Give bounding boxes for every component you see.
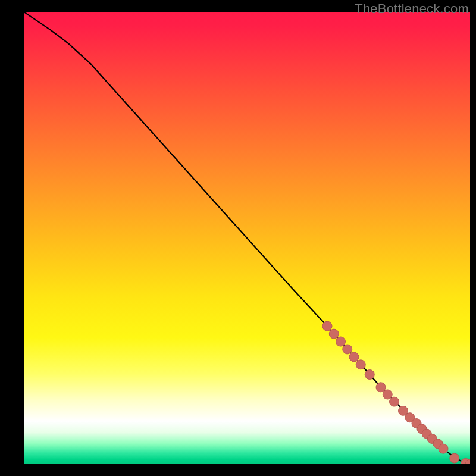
data-point: [322, 321, 332, 331]
data-point: [390, 397, 399, 406]
data-point: [439, 444, 448, 453]
data-point: [383, 390, 392, 399]
plot-area: [24, 12, 470, 464]
chart-frame: TheBottleneck.com: [0, 0, 476, 476]
data-point: [450, 453, 459, 463]
data-point: [376, 383, 386, 392]
chart-svg: [24, 12, 470, 464]
data-point: [336, 337, 346, 346]
data-point: [329, 329, 339, 339]
data-point: [343, 345, 352, 354]
data-point: [356, 360, 365, 369]
data-point: [349, 352, 359, 362]
watermark-text: TheBottleneck.com: [355, 1, 469, 17]
data-point: [365, 370, 374, 380]
